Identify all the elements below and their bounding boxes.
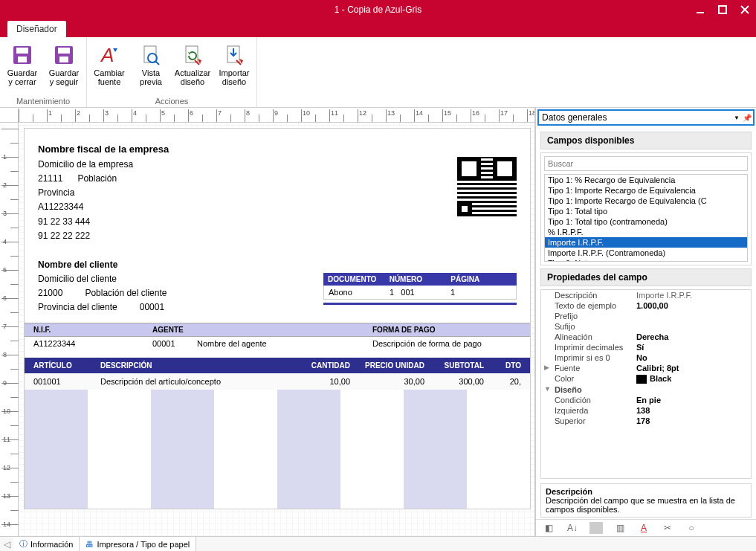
field-list-item[interactable]: Importe I.R.P.F. (Contramoneda) (545, 248, 747, 258)
company-province: Provincia (38, 186, 169, 200)
shape-icon[interactable]: ○ (685, 522, 698, 534)
field-list-item[interactable]: Tipo 1: Total tipo (contramoneda) (545, 216, 747, 227)
ribbon-group-mantenimiento: Guardar y cerrar Guardar y seguir Manten… (0, 37, 87, 107)
svg-rect-5 (16, 48, 28, 54)
client-address: Domicilio del cliente (38, 272, 167, 286)
field-list-item[interactable]: % I.R.P.F. (545, 227, 747, 237)
company-name: Nombre fiscal de la empresa (38, 142, 169, 158)
help-box: Descripción Descripción del campo que se… (540, 483, 752, 518)
save-close-icon (10, 43, 34, 67)
available-fields-header: Campos disponibles (540, 132, 752, 149)
color-swatch (636, 375, 647, 384)
chevron-down-icon: ▼ (734, 115, 740, 121)
close-button[interactable] (734, 0, 756, 19)
items-header: ARTÍCULO DESCRIPCIÓN CANTIDAD PRECIO UNI… (25, 358, 530, 373)
text-icon[interactable]: A (637, 522, 650, 534)
change-font-button[interactable]: A Cambiar fuente (91, 42, 127, 88)
bottom-bar: ◁ ⓘInformación 🖶Impresora / Tipo de pape… (0, 536, 756, 551)
company-phone1: 91 22 33 444 (38, 215, 169, 229)
field-list-item[interactable]: Tipo 1: Importe Recargo de Equivalencia (545, 185, 747, 196)
group-label-acciones: Acciones (155, 96, 189, 107)
update-icon (181, 43, 204, 67)
alphabetical-icon[interactable]: A↓ (566, 522, 579, 534)
qr-code (457, 157, 517, 216)
items-zebra (25, 390, 530, 509)
ribbon-tabstrip: Diseñador (0, 19, 756, 37)
chevron-right-icon[interactable]: ▶ (544, 364, 549, 371)
field-list-item[interactable]: Importe I.R.P.F. (545, 237, 747, 248)
client-name: Nombre del cliente (38, 258, 167, 272)
font-icon: A (97, 43, 121, 67)
chevron-down-icon[interactable]: ▼ (544, 385, 551, 393)
panel-toolbar: ◧ A↓ ▥ A ✂ ○ (536, 519, 756, 536)
preview-icon (139, 43, 163, 67)
cut-icon[interactable]: ✂ (661, 522, 674, 534)
svg-rect-6 (18, 57, 27, 62)
company-cif: A11223344 (38, 200, 169, 214)
info-icon: ⓘ (19, 538, 28, 550)
design-canvas-wrap: 123456789101112131415161718 123456789101… (0, 108, 535, 536)
save-continue-icon (52, 43, 76, 67)
field-list-item[interactable]: Tipo 1: Importe Recargo de Equivalencia … (545, 196, 747, 206)
properties-grid[interactable]: DescripciónImporte I.R.P.F. Texto de eje… (540, 289, 752, 479)
title-bar: 1 - Copia de Azul-Gris (0, 0, 756, 19)
printer-icon: 🖶 (85, 540, 94, 549)
import-design-button[interactable]: Importar diseño (216, 42, 252, 88)
tab-printer[interactable]: 🖶Impresora / Tipo de papel (80, 537, 196, 551)
window-controls (689, 0, 756, 19)
vertical-ruler: 123456789101112131415 (0, 123, 19, 536)
categorized-icon[interactable]: ◧ (542, 522, 555, 534)
tab-designer[interactable]: Diseñador (7, 21, 66, 37)
properties-panel: Datos generales ▼ 📌 Campos disponibles T… (535, 108, 756, 536)
fields-search-input[interactable] (544, 156, 748, 171)
tab-information[interactable]: ⓘInformación (13, 537, 80, 551)
field-list-item[interactable]: Tipo 1: % Recargo de Equivalencia (545, 175, 747, 185)
nif-block: N.I.F.AGENTEFORMA DE PAGO A1122334400001… (25, 323, 530, 350)
design-canvas[interactable]: Nombre fiscal de la empresa Domicilio de… (19, 123, 534, 536)
horizontal-ruler: 123456789101112131415161718 (0, 108, 534, 123)
client-info: Nombre del cliente Domicilio del cliente… (38, 258, 167, 315)
ribbon-group-acciones: A Cambiar fuente Vista previa Actualizar… (87, 37, 257, 107)
svg-rect-9 (59, 57, 68, 62)
import-icon (222, 43, 246, 67)
field-list-item[interactable]: Tipo 2: Neto (545, 258, 747, 262)
svg-text:A: A (100, 44, 114, 66)
tab-scroll-left[interactable]: ◁ (0, 537, 13, 551)
company-info: Nombre fiscal de la empresa Domicilio de… (38, 142, 169, 243)
save-continue-button[interactable]: Guardar y seguir (46, 42, 82, 88)
document-info: DOCUMENTONÚMEROPÁGINA Abono 1 001 1 (323, 273, 517, 315)
save-close-button[interactable]: Guardar y cerrar (4, 42, 40, 88)
document-preview[interactable]: Nombre fiscal de la empresa Domicilio de… (25, 129, 530, 509)
field-list-item[interactable]: Tipo 1: Total tipo (545, 206, 747, 216)
svg-rect-1 (719, 6, 726, 13)
preview-button[interactable]: Vista previa (133, 42, 169, 88)
svg-rect-8 (58, 48, 70, 54)
fields-list[interactable]: Tipo 1: % Recargo de EquivalenciaTipo 1:… (544, 174, 748, 262)
maximize-button[interactable] (711, 0, 734, 19)
company-address: Domicilio de la empresa (38, 158, 169, 172)
items-row: 001001 Descripción del artículo/concepto… (25, 373, 530, 390)
company-phone2: 91 22 22 222 (38, 229, 169, 243)
update-design-button[interactable]: Actualizar diseño (175, 42, 210, 88)
pin-icon[interactable]: 📌 (743, 114, 752, 122)
field-props-header: Propiedades del campo (540, 268, 752, 286)
window-title: 1 - Copia de Azul-Gris (335, 4, 421, 15)
group-label-mantenimiento: Mantenimiento (16, 96, 70, 107)
minimize-button[interactable] (689, 0, 711, 19)
fields-box: Tipo 1: % Recargo de EquivalenciaTipo 1:… (540, 152, 752, 265)
barcode-icon[interactable]: ▥ (613, 522, 627, 534)
main-area: 123456789101112131415161718 123456789101… (0, 108, 756, 536)
ribbon: Guardar y cerrar Guardar y seguir Manten… (0, 37, 756, 108)
panel-selector[interactable]: Datos generales ▼ 📌 (537, 109, 755, 126)
